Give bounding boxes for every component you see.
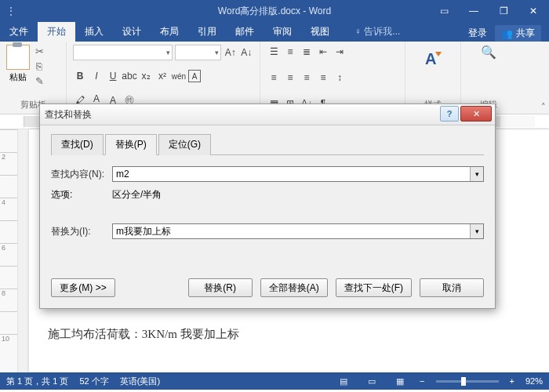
- vertical-ruler[interactable]: 246810: [0, 129, 18, 372]
- options-label: 选项:: [51, 188, 112, 201]
- subscript-icon[interactable]: x₂: [139, 69, 153, 83]
- font-family-combo[interactable]: [73, 45, 173, 60]
- align-left-icon[interactable]: ≡: [267, 71, 281, 85]
- zoom-out-button[interactable]: −: [420, 376, 424, 386]
- tab-layout[interactable]: 布局: [151, 22, 188, 42]
- tell-me[interactable]: ♀ 告诉我...: [345, 22, 409, 42]
- cancel-button[interactable]: 取消: [420, 278, 484, 297]
- dialog-title: 查找和替换: [45, 108, 92, 122]
- font-size-combo[interactable]: [175, 45, 221, 60]
- replace-all-button[interactable]: 全部替换(A): [260, 278, 328, 297]
- justify-icon[interactable]: ≡: [316, 71, 330, 85]
- more-button[interactable]: 更多(M) >>: [51, 278, 115, 297]
- close-icon[interactable]: ✕: [519, 2, 547, 20]
- replace-with-input[interactable]: [112, 223, 484, 239]
- strikethrough-icon[interactable]: abc: [122, 69, 136, 83]
- svg-text:A: A: [425, 50, 436, 67]
- tab-find[interactable]: 查找(D): [51, 134, 104, 155]
- underline-icon[interactable]: U: [106, 69, 120, 83]
- copy-icon[interactable]: ⎘: [33, 60, 45, 72]
- format-painter-icon[interactable]: ✎: [33, 74, 45, 87]
- zoom-slider[interactable]: [436, 380, 499, 383]
- title-bar: ⋮ Word高分排版.docx - Word ▭ — ❐ ✕: [0, 0, 549, 22]
- dialog-close-icon[interactable]: ✕: [460, 106, 492, 122]
- find-what-input[interactable]: [112, 166, 484, 182]
- paste-label: 粘贴: [9, 71, 27, 83]
- tab-home[interactable]: 开始: [38, 22, 75, 42]
- replace-with-dropdown-icon[interactable]: ▾: [470, 224, 483, 238]
- status-bar: 第 1 页，共 1 页 52 个字 英语(美国) ▤ ▭ ▦ − + 92%: [0, 372, 549, 390]
- tab-mailings[interactable]: 邮件: [226, 22, 264, 42]
- multilevel-list-icon[interactable]: ≣: [300, 45, 314, 59]
- replace-button[interactable]: 替换(R): [188, 278, 253, 297]
- phonetic-guide-icon[interactable]: wén: [172, 69, 186, 83]
- tab-goto[interactable]: 定位(G): [158, 134, 211, 155]
- restore-icon[interactable]: ❐: [489, 2, 518, 20]
- document-title: Word高分排版.docx - Word: [218, 5, 331, 18]
- clipboard-icon: [6, 45, 30, 70]
- tab-references[interactable]: 引用: [188, 22, 226, 42]
- minimize-icon[interactable]: —: [460, 2, 488, 20]
- print-layout-icon[interactable]: ▭: [363, 375, 380, 387]
- increase-indent-icon[interactable]: ⇥: [333, 45, 347, 59]
- find-icon[interactable]: 🔍: [482, 45, 496, 59]
- paste-button[interactable]: 粘贴: [6, 45, 30, 87]
- cut-icon[interactable]: ✂: [33, 45, 45, 57]
- find-replace-dialog: 查找和替换 ? ✕ 查找(D) 替换(P) 定位(G) 查找内容(N): ▾ 选…: [39, 103, 496, 309]
- page-status[interactable]: 第 1 页，共 1 页: [6, 376, 68, 387]
- italic-icon[interactable]: I: [89, 69, 104, 83]
- zoom-in-button[interactable]: +: [510, 376, 514, 386]
- char-border-icon[interactable]: A: [188, 70, 201, 82]
- tab-view[interactable]: 视图: [301, 22, 339, 42]
- replace-with-label: 替换为(I):: [51, 225, 112, 238]
- share-button[interactable]: 👥 共享: [495, 25, 541, 42]
- numbering-icon[interactable]: ≡: [283, 45, 297, 59]
- shrink-font-icon[interactable]: A↓: [239, 45, 253, 60]
- align-right-icon[interactable]: ≡: [300, 71, 314, 85]
- decrease-indent-icon[interactable]: ⇤: [316, 45, 330, 59]
- ribbon-options-icon[interactable]: ▭: [430, 2, 458, 20]
- line-spacing-icon[interactable]: ↕: [333, 71, 347, 85]
- dialog-tabs: 查找(D) 替换(P) 定位(G): [51, 133, 484, 155]
- options-value: 区分全/半角: [112, 188, 162, 201]
- align-center-icon[interactable]: ≡: [283, 71, 297, 85]
- tab-insert[interactable]: 插入: [75, 22, 113, 42]
- find-next-button[interactable]: 查找下一处(F): [336, 278, 412, 297]
- bold-icon[interactable]: B: [73, 69, 87, 83]
- grow-font-icon[interactable]: A↑: [224, 45, 238, 60]
- login-link[interactable]: 登录: [468, 27, 487, 40]
- dialog-titlebar[interactable]: 查找和替换 ? ✕: [40, 104, 495, 125]
- tab-file[interactable]: 文件: [0, 22, 38, 42]
- tab-replace[interactable]: 替换(P): [105, 134, 157, 155]
- read-mode-icon[interactable]: ▤: [335, 375, 352, 387]
- zoom-level[interactable]: 92%: [525, 376, 543, 386]
- find-what-label: 查找内容(N):: [51, 168, 112, 181]
- tab-design[interactable]: 设计: [113, 22, 151, 42]
- dialog-help-icon[interactable]: ?: [440, 106, 459, 122]
- collapse-ribbon-icon[interactable]: ˄: [541, 102, 546, 112]
- styles-button[interactable]: A: [419, 45, 447, 73]
- language-status[interactable]: 英语(美国): [120, 376, 160, 387]
- word-count[interactable]: 52 个字: [79, 376, 108, 387]
- superscript-icon[interactable]: x²: [155, 69, 169, 83]
- bullets-icon[interactable]: ☰: [267, 45, 281, 59]
- web-layout-icon[interactable]: ▦: [391, 375, 409, 387]
- ribbon-tabs: 文件 开始 插入 设计 布局 引用 邮件 审阅 视图 ♀ 告诉我... 登录 👥…: [0, 22, 549, 42]
- find-what-dropdown-icon[interactable]: ▾: [470, 167, 483, 181]
- document-text[interactable]: 施工均布活荷载：3KN/m 我要加上标: [48, 327, 530, 342]
- quick-access-icon[interactable]: ⋮: [3, 5, 19, 16]
- tab-review[interactable]: 审阅: [264, 22, 301, 42]
